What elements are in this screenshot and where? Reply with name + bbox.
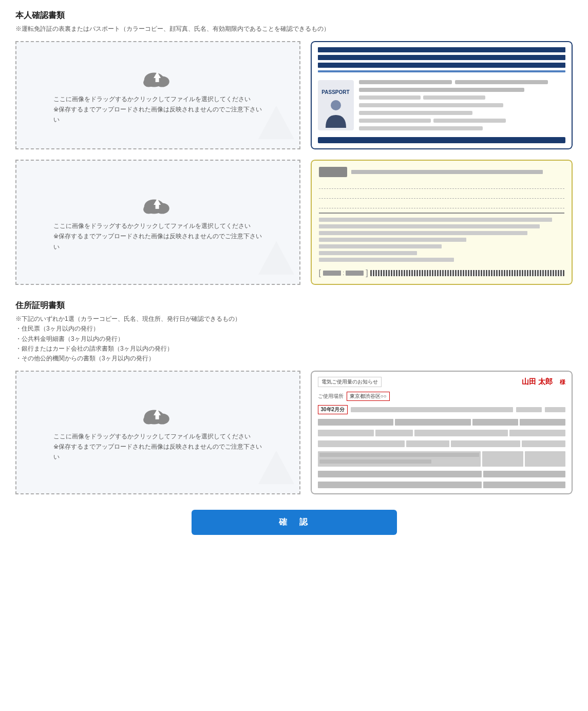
person-icon (323, 97, 349, 130)
electricity-date: 30年2月分 (318, 405, 348, 414)
upload-box-3-text: ここに画像をドラッグするかクリックしてファイルを選択してください ※保存するまで… (53, 431, 262, 463)
license-back-preview: [ : ] (311, 160, 573, 285)
svg-point-10 (143, 205, 154, 214)
svg-rect-5 (156, 78, 159, 82)
svg-marker-6 (258, 106, 294, 139)
passport-preview: PASSPORT (311, 41, 573, 149)
svg-point-2 (143, 78, 154, 87)
svg-rect-12 (156, 204, 159, 209)
upload-box-1-text: ここに画像をドラッグするかクリックしてファイルを選択してください ※保存するまで… (53, 94, 262, 125)
svg-point-16 (143, 415, 154, 425)
svg-marker-19 (258, 451, 294, 484)
electricity-title: 電気ご使用量のお知らせ (318, 377, 382, 387)
section1-title: 本人確認書類 (15, 10, 573, 21)
upload-box-3[interactable]: ここに画像をドラッグするかクリックしてファイルを選択してください ※保存するまで… (15, 371, 300, 494)
svg-rect-18 (156, 415, 159, 419)
section1-note: ※運転免許証の表裏またはパスポート（カラーコピー、顔写真、氏名、有効期限内である… (15, 24, 573, 34)
upload-box-1[interactable]: ここに画像をドラッグするかクリックしてファイルを選択してください ※保存するまで… (15, 41, 300, 149)
cloud-upload-icon-3 (140, 403, 176, 431)
confirm-section: 確 認 (15, 510, 573, 535)
bracket-right: ] (366, 268, 368, 278)
confirm-button[interactable]: 確 認 (192, 510, 397, 535)
section2-notes: ※下記のいずれか1選（カラーコピー、氏名、現住所、発行日が確認できるもの） ・住… (15, 314, 573, 363)
electricity-name: 山田 太郎 様 (522, 377, 565, 387)
bracket-left: [ (319, 268, 321, 278)
cloud-upload-icon-1 (140, 66, 176, 94)
upload-box-2-text: ここに画像をドラッグするかクリックしてファイルを選択してください ※保存するまで… (53, 221, 262, 252)
cloud-upload-icon-2 (140, 193, 176, 221)
electricity-usage-label: ご使用場所 (318, 393, 344, 400)
svg-marker-13 (258, 241, 294, 275)
passport-photo: PASSPORT (318, 80, 354, 130)
electricity-address: 東京都渋谷区○○ (347, 392, 390, 401)
svg-point-7 (331, 100, 341, 110)
upload-box-2[interactable]: ここに画像をドラッグするかクリックしてファイルを選択してください ※保存するまで… (15, 160, 300, 285)
passport-label: PASSPORT (321, 89, 349, 95)
section2-title: 住所証明書類 (15, 300, 573, 311)
electricity-preview: 電気ご使用量のお知らせ 山田 太郎 様 ご使用場所 東京都渋谷区○○ 30年2月… (311, 371, 573, 494)
